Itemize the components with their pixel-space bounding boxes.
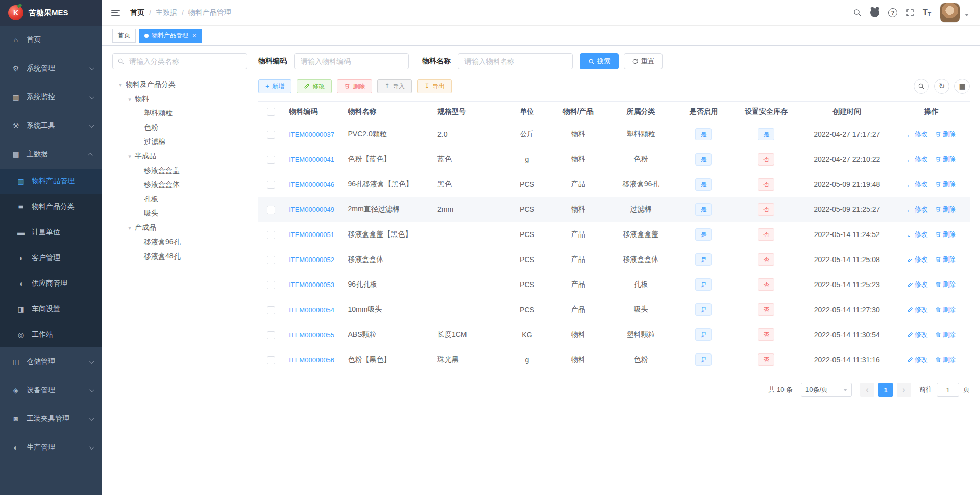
sidebar-subitem-material-product-category[interactable]: ≣物料产品分类 <box>0 194 102 220</box>
row-checkbox[interactable] <box>267 256 275 264</box>
material-code-link[interactable]: ITEM00000049 <box>289 206 334 214</box>
row-edit-button[interactable]: 修改 <box>907 355 928 364</box>
material-name-input[interactable] <box>458 53 573 69</box>
sidebar-item-home[interactable]: ⌂首页 <box>0 26 102 54</box>
caret-down-icon[interactable] <box>965 14 969 18</box>
row-checkbox[interactable] <box>267 206 275 214</box>
tree-node[interactable]: ▾塑料颗粒 <box>112 106 247 121</box>
tree-node[interactable]: ▾过滤棉 <box>112 135 247 149</box>
row-edit-button[interactable]: 修改 <box>907 305 928 314</box>
toggle-search-button[interactable] <box>914 79 929 94</box>
tab-home[interactable]: 首页 <box>112 29 136 43</box>
font-size-icon[interactable] <box>923 8 931 17</box>
next-page-button[interactable] <box>897 383 911 397</box>
material-code-link[interactable]: ITEM00000037 <box>289 131 334 138</box>
material-code-link[interactable]: ITEM00000055 <box>289 331 334 339</box>
breadcrumb-item[interactable]: 主数据 <box>156 8 177 17</box>
tree-node[interactable]: ▾半成品 <box>112 149 247 163</box>
tree-node[interactable]: ▾移液盒96孔 <box>112 235 247 249</box>
tree-node[interactable]: ▾移液盒48孔 <box>112 249 247 264</box>
tree-node[interactable]: ▾孔板 <box>112 192 247 206</box>
select-all-checkbox[interactable] <box>267 108 275 116</box>
row-edit-button[interactable]: 修改 <box>907 130 928 139</box>
row-edit-button[interactable]: 修改 <box>907 330 928 339</box>
caret-down-icon[interactable]: ▾ <box>125 96 135 103</box>
row-checkbox[interactable] <box>267 156 275 164</box>
caret-down-icon[interactable]: ▾ <box>125 225 135 231</box>
add-button[interactable]: 新增 <box>258 79 291 93</box>
breadcrumb-item[interactable]: 首页 <box>130 8 144 17</box>
row-edit-button[interactable]: 修改 <box>907 255 928 264</box>
material-code-link[interactable]: ITEM00000052 <box>289 256 334 264</box>
material-code-input[interactable] <box>294 53 409 69</box>
row-delete-button[interactable]: 删除 <box>935 330 956 339</box>
row-checkbox[interactable] <box>267 131 275 139</box>
sidebar-subitem-workstation[interactable]: ◎工作站 <box>0 322 102 347</box>
sidebar-subitem-workshop-settings[interactable]: ◨车间设置 <box>0 296 102 322</box>
goto-page-input[interactable] <box>937 383 959 397</box>
delete-button[interactable]: 删除 <box>337 79 372 93</box>
row-delete-button[interactable]: 删除 <box>935 255 956 264</box>
sidebar-item-equipment-management[interactable]: ◈设备管理 <box>0 376 102 405</box>
help-icon[interactable] <box>888 8 897 17</box>
sidebar-item-warehouse-management[interactable]: ◫仓储管理 <box>0 347 102 376</box>
material-code-link[interactable]: ITEM00000041 <box>289 156 334 163</box>
caret-down-icon[interactable]: ▾ <box>115 82 126 88</box>
row-checkbox[interactable] <box>267 181 275 189</box>
sidebar-item-production-management[interactable]: ◐生产管理 <box>0 433 102 462</box>
export-button[interactable]: 导出 <box>417 79 452 93</box>
material-code-link[interactable]: ITEM00000046 <box>289 181 334 188</box>
category-search-input[interactable] <box>112 53 247 69</box>
hamburger-icon[interactable] <box>110 8 121 18</box>
tree-node[interactable]: ▾移液盒盒体 <box>112 178 247 192</box>
page-size-select[interactable]: 10条/页 <box>801 383 852 397</box>
row-delete-button[interactable]: 删除 <box>935 280 956 289</box>
row-delete-button[interactable]: 删除 <box>935 155 956 164</box>
sidebar-item-system-monitoring[interactable]: ▥系统监控 <box>0 83 102 111</box>
fullscreen-icon[interactable] <box>906 9 914 17</box>
row-checkbox[interactable] <box>267 356 275 364</box>
header-search-icon[interactable] <box>853 8 862 17</box>
row-edit-button[interactable]: 修改 <box>907 280 928 289</box>
tab-material-product-management[interactable]: 物料产品管理 <box>139 29 202 43</box>
tree-node[interactable]: ▾移液盒盒盖 <box>112 163 247 178</box>
tree-node[interactable]: ▾物料 <box>112 92 247 106</box>
reset-button[interactable]: 重置 <box>624 53 663 69</box>
material-code-link[interactable]: ITEM00000053 <box>289 281 334 289</box>
sidebar-subitem-material-product-management[interactable]: ▥物料产品管理 <box>0 169 102 194</box>
row-checkbox[interactable] <box>267 231 275 239</box>
sidebar-subitem-customer-management[interactable]: ◗客户管理 <box>0 245 102 271</box>
sidebar-item-master-data[interactable]: ▤主数据 <box>0 140 102 169</box>
sidebar-subitem-supplier-management[interactable]: ◖供应商管理 <box>0 271 102 296</box>
avatar[interactable] <box>940 3 960 23</box>
row-edit-button[interactable]: 修改 <box>907 230 928 239</box>
close-icon[interactable] <box>192 32 197 39</box>
sidebar-subitem-measurement-unit[interactable]: ▬计量单位 <box>0 220 102 245</box>
search-button[interactable]: 搜索 <box>580 53 619 69</box>
material-code-link[interactable]: ITEM00000056 <box>289 356 334 364</box>
row-delete-button[interactable]: 删除 <box>935 205 956 214</box>
tree-node[interactable]: ▾物料及产品分类 <box>112 78 247 92</box>
sidebar-item-system-management[interactable]: ⚙系统管理 <box>0 54 102 83</box>
material-code-link[interactable]: ITEM00000054 <box>289 306 334 314</box>
toggle-columns-button[interactable] <box>954 79 970 94</box>
github-icon[interactable] <box>870 8 879 17</box>
row-edit-button[interactable]: 修改 <box>907 180 928 189</box>
tree-node[interactable]: ▾色粉 <box>112 121 247 135</box>
tree-node[interactable]: ▾吸头 <box>112 206 247 221</box>
row-checkbox[interactable] <box>267 331 275 339</box>
row-delete-button[interactable]: 删除 <box>935 130 956 139</box>
row-checkbox[interactable] <box>267 281 275 289</box>
caret-down-icon[interactable]: ▾ <box>125 153 135 160</box>
row-delete-button[interactable]: 删除 <box>935 230 956 239</box>
material-code-link[interactable]: ITEM00000051 <box>289 231 334 239</box>
row-delete-button[interactable]: 删除 <box>935 180 956 189</box>
row-edit-button[interactable]: 修改 <box>907 205 928 214</box>
app-logo[interactable]: 苦糖果MES <box>0 0 102 26</box>
sidebar-item-fixture-management[interactable]: ◙工装夹具管理 <box>0 405 102 433</box>
row-delete-button[interactable]: 删除 <box>935 355 956 364</box>
current-page-button[interactable]: 1 <box>878 383 893 397</box>
tree-node[interactable]: ▾产成品 <box>112 221 247 235</box>
sidebar-item-system-tools[interactable]: ⚒系统工具 <box>0 111 102 140</box>
import-button[interactable]: 导入 <box>377 79 412 93</box>
